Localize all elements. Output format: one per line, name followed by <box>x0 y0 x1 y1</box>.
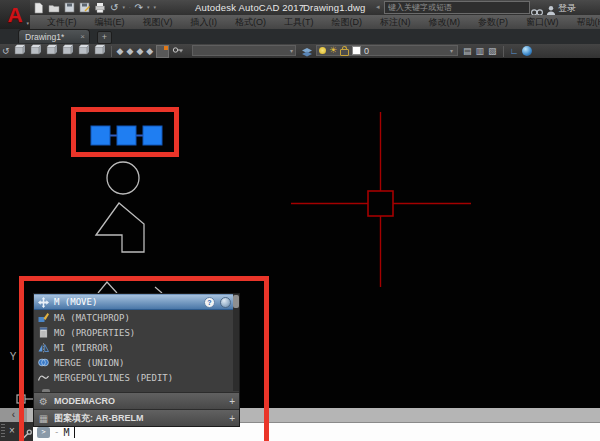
menu-insert[interactable]: 插入(I) <box>182 15 227 29</box>
layer-properties-icon[interactable] <box>156 45 169 58</box>
combo-caret-icon: ▾ <box>290 47 295 54</box>
crosshair-cursor <box>291 112 471 287</box>
menu-draw[interactable]: 绘图(D) <box>323 15 372 29</box>
expand-icon[interactable]: + <box>229 396 235 407</box>
layer-states-icon[interactable]: ▤ <box>463 44 472 58</box>
text-caret <box>74 426 75 438</box>
file-tab-bar: Drawing1* × + <box>0 29 600 44</box>
popup-item-label: MO (PROPERTIES) <box>54 328 135 338</box>
popup-system-row-hatch[interactable]: ▦ 图案填充: AR-BRELM + <box>34 409 239 426</box>
plot-icon[interactable] <box>94 2 106 13</box>
polygon-shape[interactable] <box>96 203 144 252</box>
search-input[interactable] <box>384 1 530 14</box>
layer-combobox[interactable]: ☀ 0 ▾ <box>316 45 458 56</box>
app-title: Autodesk AutoCAD 2017 <box>195 2 304 13</box>
command-autocomplete-popup: M (MOVE) ? MA (MATCHPROP) MO (PROPERTIES… <box>33 293 240 427</box>
sign-in-link[interactable]: 登录 <box>558 2 576 15</box>
qa-customize-icon[interactable]: ▾ <box>153 1 156 14</box>
toolbar-separator <box>503 46 504 57</box>
popup-item-mirror[interactable]: MI (MIRROR) <box>34 340 239 355</box>
autocad-window: { "titlebar": { "product": "Autodesk Aut… <box>0 0 600 441</box>
isolate-icon[interactable]: ◆ <box>117 44 124 58</box>
matchprop-icon <box>38 312 49 323</box>
popup-item-label: MI (MIRROR) <box>54 343 114 353</box>
command-close-icon[interactable]: × <box>9 425 15 436</box>
current-layer-name: 0 <box>364 46 369 56</box>
hatch-icon: ▦ <box>38 413 49 424</box>
expand-icon[interactable]: + <box>229 413 235 424</box>
new-file-icon[interactable] <box>33 2 44 14</box>
move-icon <box>38 297 49 308</box>
menu-file[interactable]: 文件(F) <box>38 15 86 29</box>
mirror-icon <box>38 342 49 353</box>
geographic-location-icon[interactable] <box>522 46 532 56</box>
web-help-icon[interactable] <box>220 297 231 308</box>
layer-thaw-icon[interactable]: ☀ <box>329 45 337 56</box>
popup-item-merge[interactable]: MERGE (UNION) <box>34 355 239 370</box>
workspace-combobox[interactable]: ▾ <box>192 45 296 56</box>
undo-dropdown-icon[interactable]: ▾ <box>122 1 125 14</box>
gear-icon: ⚙ <box>38 396 49 407</box>
redo-dropdown-icon[interactable]: ▾ <box>147 1 150 14</box>
command-bar-grip[interactable] <box>1 424 5 439</box>
tab-close-icon[interactable]: × <box>80 32 89 41</box>
save-as-icon[interactable] <box>79 2 90 13</box>
tab-label: Drawing1* <box>19 32 64 42</box>
properties-icon <box>38 327 49 338</box>
menu-window[interactable]: 窗口(W) <box>517 15 568 29</box>
axes-icon[interactable]: ∟ <box>510 44 519 58</box>
menu-help[interactable]: 帮助(H) <box>568 15 600 29</box>
command-prompt-icon: > <box>37 427 50 438</box>
blue-squares-shape[interactable] <box>91 126 162 145</box>
layer-color-swatch[interactable] <box>352 46 361 55</box>
popup-item-matchprop[interactable]: MA (MATCHPROP) <box>34 310 239 325</box>
isolate-icon[interactable]: ◆ <box>136 44 143 58</box>
menu-dimension[interactable]: 标注(N) <box>371 15 420 29</box>
help-icon[interactable]: ? <box>204 297 215 308</box>
search-collapse-icon[interactable]: ◂ <box>376 3 380 11</box>
wrench-icon[interactable] <box>21 426 32 441</box>
save-icon[interactable] <box>64 2 75 13</box>
menu-parametric[interactable]: 参数(P) <box>469 15 517 29</box>
app-menu-button[interactable]: A ▾ <box>0 0 30 29</box>
command-typed-text: M <box>63 427 69 438</box>
separator-dot: · <box>129 1 131 14</box>
popup-item-move[interactable]: M (MOVE) ? <box>34 294 239 310</box>
circle-shape[interactable] <box>107 162 139 194</box>
system-row-label: 图案填充: AR-BRELM <box>54 412 144 425</box>
popup-item-properties[interactable]: MO (PROPERTIES) <box>34 325 239 340</box>
menu-edit[interactable]: 编辑(E) <box>86 15 134 29</box>
layer-lock-icon[interactable] <box>340 49 349 56</box>
autocad-logo-icon: A <box>7 0 22 29</box>
menu-tools[interactable]: 工具(T) <box>275 15 323 29</box>
popup-system-row-modemacro[interactable]: ⚙ MODEMACRO + <box>34 392 239 409</box>
tab-drawing1[interactable]: Drawing1* × <box>18 29 90 43</box>
redo-icon[interactable]: ↷ <box>135 1 143 14</box>
isolate-icon[interactable]: ◆ <box>126 44 133 58</box>
partial-shape-line[interactable] <box>98 282 117 293</box>
isolate-icon[interactable]: ◆ <box>146 44 153 58</box>
popup-item-partial <box>34 385 239 392</box>
open-file-icon[interactable] <box>48 2 60 14</box>
scroll-left-button[interactable]: ‹ <box>0 408 27 422</box>
layer-on-icon[interactable] <box>319 47 326 54</box>
popup-scrollbar-thumb[interactable] <box>233 295 239 308</box>
popup-item-label: MERGE (UNION) <box>54 358 124 368</box>
pan-orbit-icon[interactable]: ↺ <box>2 44 10 58</box>
menu-modify[interactable]: 修改(M) <box>420 15 470 29</box>
undo-icon[interactable]: ↺ <box>110 1 118 14</box>
union-icon <box>38 357 49 368</box>
popup-item-label: MA (MATCHPROP) <box>54 313 130 323</box>
title-bar: ↺ ▾ · ↷ ▾ ▾ Autodesk AutoCAD 2017 Drawin… <box>0 0 600 15</box>
document-title: Drawing1.dwg <box>303 2 366 13</box>
layer-prev-icon[interactable]: ▥ <box>476 44 485 58</box>
menu-view[interactable]: 视图(V) <box>134 15 182 29</box>
layer-match-icon[interactable]: ▧ <box>488 44 497 58</box>
popup-scrollbar[interactable] <box>233 294 239 391</box>
quick-access-toolbar: ↺ ▾ · ↷ ▾ ▾ <box>33 1 156 14</box>
system-row-label: MODEMACRO <box>54 396 115 406</box>
popup-item-mergepolylines[interactable]: MERGEPOLYLINES (PEDIT) <box>34 370 239 385</box>
command-separator: - <box>54 427 59 437</box>
menu-format[interactable]: 格式(O) <box>226 15 275 29</box>
toolbar: ↺ ◆ ◆ ◆ ◆ ▾ ☀ 0 ▾ ▤ ▥ ▧ ∟ <box>0 44 600 58</box>
